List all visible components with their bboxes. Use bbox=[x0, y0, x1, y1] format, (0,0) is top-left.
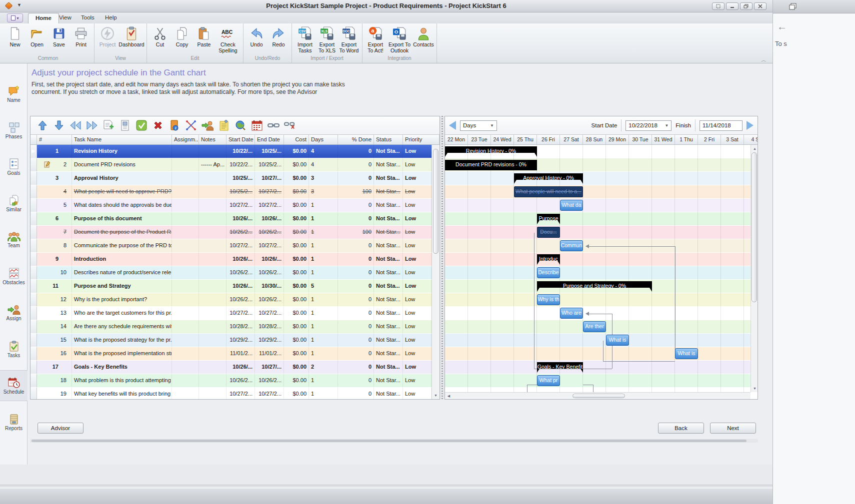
table-row[interactable]: ▶1Revision History10/22/...10/25/...$0.0… bbox=[30, 145, 432, 158]
column-header-task-name[interactable]: Task Name bbox=[72, 135, 172, 144]
panel-splitter[interactable] bbox=[440, 116, 444, 400]
table-row[interactable]: 11Purpose and Strategy10/26/...10/30/...… bbox=[30, 280, 432, 293]
import-tasks-button[interactable]: CSVImport Tasks bbox=[294, 24, 316, 54]
app-horizontal-scrollbar[interactable] bbox=[30, 439, 758, 443]
delete-task-icon[interactable] bbox=[152, 119, 164, 131]
new-button[interactable]: New bbox=[4, 24, 26, 48]
calendar-icon[interactable] bbox=[251, 119, 263, 131]
gantt-scroll-left-icon[interactable]: ◀ bbox=[446, 393, 452, 399]
undo-button[interactable]: Undo bbox=[246, 24, 268, 48]
check-spelling-button[interactable]: ABCCheck Spelling bbox=[215, 24, 241, 54]
sidebar-item-assign[interactable]: Assign bbox=[0, 297, 28, 328]
sidebar-item-similar[interactable]: Similar bbox=[0, 188, 28, 219]
table-row[interactable]: 19What key benefits will this product br… bbox=[30, 388, 432, 399]
gantt-bar[interactable]: What people will need to a... bbox=[514, 186, 583, 197]
table-row[interactable]: 18What problem is this product attemptin… bbox=[30, 374, 432, 388]
cut-button[interactable]: Cut bbox=[149, 24, 171, 48]
gantt-bar[interactable]: Are ther bbox=[583, 321, 606, 332]
close-button[interactable] bbox=[754, 2, 766, 10]
column-header-priority[interactable]: Priority bbox=[403, 135, 440, 144]
back-button[interactable]: Back bbox=[658, 423, 704, 434]
table-row[interactable]: 14Are there any schedule requirements wi… bbox=[30, 320, 432, 334]
column-header-end-date[interactable]: End Date bbox=[255, 135, 284, 144]
gantt-bar[interactable]: What is bbox=[606, 335, 629, 346]
table-row[interactable]: 12Why is the product important?10/26/2..… bbox=[30, 293, 432, 307]
app-hscrollbar-thumb[interactable] bbox=[32, 440, 746, 442]
tab-help[interactable]: Help bbox=[98, 13, 124, 23]
application-menu-button[interactable]: ▾ bbox=[7, 13, 23, 22]
export-word-button[interactable]: DOCExport To Word bbox=[338, 24, 360, 54]
table-row[interactable]: 2Document PRD revisions------ Ap...10/22… bbox=[30, 158, 432, 172]
export-act-button[interactable]: aExport To Act! bbox=[364, 24, 386, 54]
export-xls-button[interactable]: XLSExport To XLS bbox=[316, 24, 338, 54]
gantt-bar[interactable]: Docu... bbox=[537, 227, 560, 238]
column-header-start-date[interactable]: Start Date bbox=[226, 135, 255, 144]
table-scrollbar-thumb[interactable] bbox=[433, 149, 438, 254]
column-header-number[interactable]: # bbox=[37, 135, 72, 144]
sidebar-item-schedule[interactable]: Schedule bbox=[0, 370, 28, 401]
column-header-done[interactable]: % Done bbox=[338, 135, 374, 144]
gantt-scroll-down-icon[interactable]: ▼ bbox=[752, 385, 758, 392]
advisor-globe-icon[interactable] bbox=[234, 119, 246, 131]
gantt-vertical-scrollbar[interactable]: ▲ ▼ bbox=[750, 145, 758, 392]
sidebar-item-phases[interactable]: Phases bbox=[0, 115, 28, 146]
gantt-bar[interactable]: Who are bbox=[560, 308, 583, 319]
sidebar-item-team[interactable]: Team bbox=[0, 224, 28, 255]
next-icon[interactable] bbox=[86, 119, 98, 131]
table-row[interactable]: 3Approval History10/25/...10/27/...$0.00… bbox=[30, 172, 432, 185]
table-row[interactable]: 16What is the proposed implementation st… bbox=[30, 347, 432, 361]
table-vertical-scrollbar[interactable]: ▼ bbox=[432, 145, 440, 399]
redo-button[interactable]: Redo bbox=[268, 24, 290, 48]
dashboard-button[interactable]: Dashboard bbox=[118, 24, 144, 48]
unlink-tasks-icon[interactable] bbox=[284, 119, 296, 131]
copy-button[interactable]: Copy bbox=[171, 24, 193, 48]
table-row[interactable]: 7Document the purpose of the Product R..… bbox=[30, 226, 432, 239]
gantt-view-select[interactable]: Days▼ bbox=[460, 120, 497, 131]
column-header-days[interactable]: Days bbox=[309, 135, 338, 144]
table-row[interactable]: 17Goals - Key Benefits10/26/...10/27/...… bbox=[30, 361, 432, 374]
table-scroll-down-icon[interactable]: ▼ bbox=[433, 392, 438, 399]
sidebar-item-tasks[interactable]: Tasks bbox=[0, 334, 28, 365]
table-row[interactable]: 9Introduction10/26/...10/26/...$0.0010No… bbox=[30, 253, 432, 266]
notes-book-icon[interactable]: i bbox=[168, 119, 180, 131]
table-row[interactable]: 4What people will need to approve PRD?10… bbox=[30, 185, 432, 199]
previous-icon[interactable] bbox=[70, 119, 82, 131]
minimize-button[interactable] bbox=[726, 2, 738, 10]
table-row[interactable]: 6Purpose of this document10/26/...10/26/… bbox=[30, 212, 432, 226]
assign-person-icon[interactable] bbox=[202, 119, 214, 131]
gantt-hscrollbar-thumb[interactable] bbox=[572, 394, 625, 398]
task-details-icon[interactable] bbox=[119, 119, 131, 131]
gantt-bar[interactable]: Approval History - 0% bbox=[514, 173, 583, 184]
sidebar-item-reports[interactable]: Reports bbox=[0, 407, 28, 438]
table-row[interactable]: 5What dates should the approvals be due.… bbox=[30, 199, 432, 212]
contacts-button[interactable]: Contacts bbox=[412, 24, 434, 48]
link-tasks-icon[interactable] bbox=[268, 119, 280, 131]
finish-date-field[interactable]: 11/14/2018 bbox=[700, 120, 742, 131]
collapse-ribbon-icon[interactable]: ︿ bbox=[761, 56, 766, 64]
gantt-bar[interactable]: What is bbox=[675, 348, 698, 359]
restore-button[interactable] bbox=[740, 2, 752, 10]
gantt-bar[interactable]: Introduc bbox=[537, 254, 560, 265]
gantt-bar[interactable]: What da bbox=[560, 200, 583, 211]
column-header-assignment[interactable]: Assignm... bbox=[172, 135, 199, 144]
complete-task-icon[interactable] bbox=[136, 119, 148, 131]
table-row[interactable]: 10Describes nature of product/service re… bbox=[30, 266, 432, 280]
gantt-next-icon[interactable] bbox=[746, 121, 754, 130]
paste-button[interactable]: Paste bbox=[193, 24, 215, 48]
gantt-bar[interactable]: What pr bbox=[537, 375, 560, 386]
advisor-button[interactable]: Advisor bbox=[38, 423, 84, 434]
column-header-notes[interactable]: Notes bbox=[199, 135, 226, 144]
export-outlook-button[interactable]: OExport To Outlook bbox=[386, 24, 412, 54]
gantt-bar[interactable]: Purpose bbox=[537, 214, 560, 224]
gantt-bar[interactable]: Document PRD revisions - 0% bbox=[445, 160, 537, 170]
gantt-prev-icon[interactable] bbox=[449, 121, 456, 130]
back-arrow-icon[interactable]: ← bbox=[777, 21, 787, 32]
gantt-bar[interactable]: Describe bbox=[537, 267, 560, 278]
gantt-bar[interactable]: Purpose and Strategy - 0% bbox=[537, 281, 652, 292]
open-button[interactable]: Open bbox=[26, 24, 48, 48]
next-button[interactable]: Next bbox=[710, 423, 756, 434]
project-button[interactable]: Project bbox=[96, 24, 118, 48]
column-header-status[interactable]: Status bbox=[374, 135, 403, 144]
sidebar-item-name[interactable]: Name bbox=[0, 78, 28, 109]
gantt-bar[interactable]: Goals - Key Benefit bbox=[537, 362, 583, 373]
